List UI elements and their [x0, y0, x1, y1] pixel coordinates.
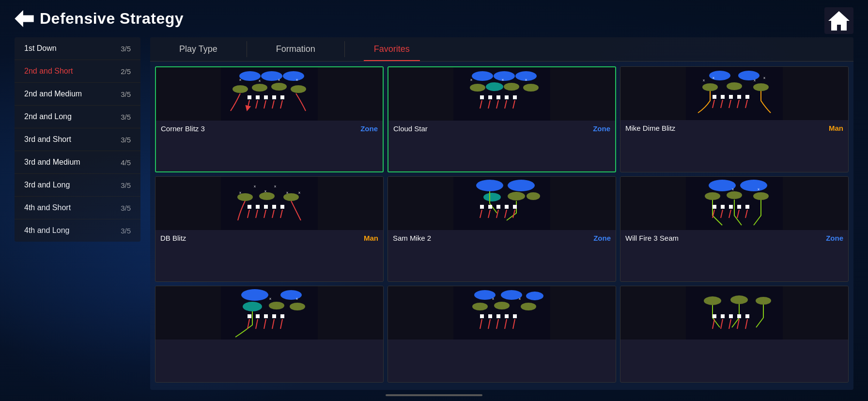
play-type: Zone: [593, 124, 610, 133]
svg-point-144: [521, 303, 536, 310]
content-area: Play Type Formation Favorites: [150, 37, 853, 390]
play-card-corner-blitz-3[interactable]: x x x x: [155, 66, 384, 172]
svg-rect-151: [513, 314, 517, 318]
play-name: Cloud Star: [393, 124, 428, 133]
page-title: Defensive Strategy: [40, 10, 184, 28]
svg-text:x: x: [519, 296, 521, 301]
svg-point-48: [738, 71, 760, 80]
svg-rect-132: [280, 314, 284, 318]
svg-rect-120: [221, 286, 318, 339]
svg-rect-78: [264, 205, 268, 209]
sidebar-item-4th-long[interactable]: 4th and Long 3/5: [15, 219, 140, 242]
back-button[interactable]: Defensive Strategy: [15, 10, 184, 28]
svg-text:x: x: [269, 296, 271, 301]
play-card-db-blitz[interactable]: x x x x x x: [155, 176, 384, 281]
svg-rect-150: [505, 314, 509, 318]
sidebar-count: 3/5: [121, 45, 131, 53]
play-diagram: [388, 177, 616, 230]
play-type: Man: [829, 124, 843, 132]
play-card-sam-mike-2[interactable]: Sam Mike 2 Zone: [388, 176, 616, 281]
tab-favorites[interactable]: Favorites: [345, 37, 439, 61]
svg-point-31: [504, 83, 519, 91]
svg-point-51: [753, 83, 769, 91]
sidebar-label: 2nd and Short: [24, 67, 73, 76]
svg-rect-79: [272, 205, 276, 209]
play-diagram: x x x x: [156, 67, 383, 121]
sidebar-label: 2nd and Long: [24, 112, 72, 121]
svg-point-121: [241, 289, 268, 301]
svg-rect-58: [729, 95, 733, 99]
svg-point-142: [472, 303, 488, 310]
sidebar-count: 2/5: [121, 67, 131, 76]
play-card-9[interactable]: [620, 286, 849, 383]
svg-rect-15: [248, 95, 251, 99]
play-card-label: Mike Dime Blitz Man: [620, 120, 848, 136]
sidebar-label: 3rd and Medium: [24, 158, 80, 167]
play-card-will-fire-seam[interactable]: x x: [620, 176, 849, 281]
svg-point-10: [291, 85, 306, 93]
tab-play-type[interactable]: Play Type: [150, 37, 247, 61]
sidebar-item-3rd-long[interactable]: 3rd and Long 3/5: [15, 174, 140, 197]
sidebar-item-4th-short[interactable]: 4th and Short 3/5: [15, 197, 140, 219]
play-card-7[interactable]: x x: [155, 286, 384, 383]
play-card-8[interactable]: x x: [388, 286, 616, 383]
svg-rect-59: [737, 95, 741, 99]
svg-point-91: [527, 192, 540, 200]
main-content: 1st Down 3/5 2nd and Short 2/5 2nd and M…: [0, 37, 868, 390]
svg-point-70: [259, 192, 275, 200]
home-button[interactable]: [824, 7, 853, 34]
sidebar-item-3rd-short[interactable]: 3rd and Short 3/5: [15, 128, 140, 151]
play-card-label: Corner Blitz 3 Zone: [156, 121, 383, 137]
svg-rect-39: [505, 95, 509, 99]
play-card-cloud-star[interactable]: x x x: [388, 66, 616, 172]
svg-text:x: x: [286, 190, 288, 195]
svg-rect-162: [721, 314, 725, 318]
play-card-label: [620, 339, 848, 347]
sidebar-item-2nd-long[interactable]: 2nd and Long 3/5: [15, 106, 140, 128]
svg-point-159: [730, 295, 748, 304]
svg-text:x: x: [492, 296, 494, 301]
svg-rect-113: [737, 205, 741, 209]
svg-rect-92: [480, 205, 484, 209]
sidebar-label: 1st Down: [24, 44, 57, 53]
svg-rect-19: [280, 95, 284, 99]
play-name: Sam Mike 2: [393, 234, 431, 242]
tab-formation[interactable]: Formation: [247, 37, 344, 61]
svg-text:x: x: [264, 189, 266, 193]
svg-point-29: [486, 82, 503, 91]
play-card-label: [155, 339, 383, 347]
play-type: Man: [364, 234, 378, 242]
svg-point-50: [727, 82, 742, 90]
svg-point-160: [756, 297, 771, 305]
play-card-label: Sam Mike 2 Zone: [388, 230, 616, 246]
svg-point-105: [705, 192, 720, 200]
sidebar-label: 3rd and Short: [24, 135, 71, 144]
sidebar-count: 3/5: [121, 136, 131, 144]
svg-rect-114: [745, 205, 749, 209]
play-card-mike-dime[interactable]: x x x x: [620, 66, 849, 172]
svg-rect-96: [513, 205, 517, 209]
svg-text:x: x: [239, 190, 241, 195]
sidebar-item-1st-down[interactable]: 1st Down 3/5: [15, 37, 140, 60]
sidebar-item-2nd-medium[interactable]: 2nd and Medium 3/5: [15, 83, 140, 106]
svg-text:x: x: [758, 187, 760, 191]
play-name: Corner Blitz 3: [161, 124, 205, 133]
play-name: Mike Dime Blitz: [625, 124, 675, 132]
svg-rect-148: [488, 314, 492, 318]
svg-text:x: x: [298, 190, 300, 195]
svg-rect-76: [248, 205, 251, 209]
sidebar-count: 3/5: [121, 113, 131, 121]
svg-text:x: x: [278, 77, 280, 82]
play-name: DB Blitz: [160, 234, 186, 242]
svg-point-158: [704, 296, 721, 305]
svg-text:x: x: [703, 78, 705, 82]
sidebar-item-3rd-medium[interactable]: 3rd and Medium 4/5: [15, 151, 140, 174]
svg-text:x: x: [763, 76, 765, 80]
svg-rect-129: [256, 314, 260, 318]
play-diagram: x x: [155, 286, 383, 339]
sidebar-item-2nd-short[interactable]: 2nd and Short 2/5: [15, 60, 140, 83]
svg-rect-16: [256, 95, 260, 99]
play-card-label: Cloud Star Zone: [388, 121, 615, 137]
svg-point-8: [252, 84, 267, 92]
svg-point-125: [290, 303, 305, 310]
